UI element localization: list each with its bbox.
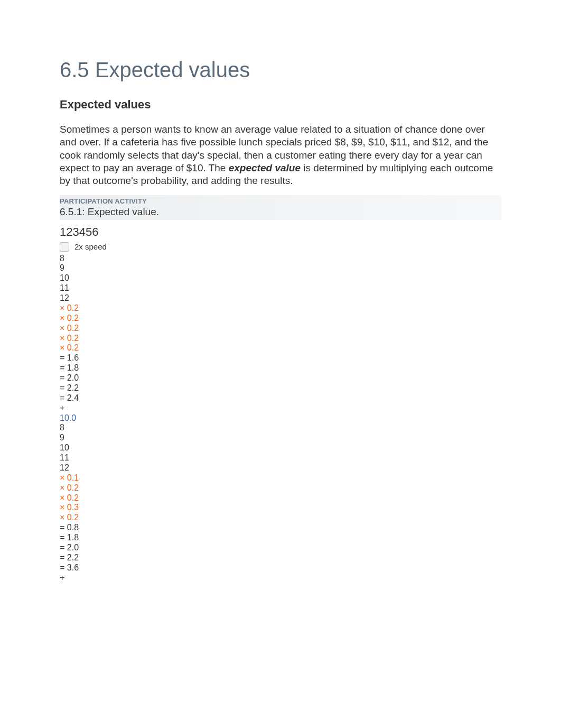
- outcome-value: 10: [60, 443, 501, 453]
- outcome-value: 12: [60, 293, 501, 303]
- outcome-value: 11: [60, 453, 501, 463]
- probability-value: × 0.2: [60, 483, 501, 493]
- probability-value: × 0.2: [60, 324, 501, 334]
- product-value: = 1.8: [60, 533, 501, 543]
- outcome-value: 9: [60, 263, 501, 273]
- product-value: = 0.8: [60, 523, 501, 533]
- product-value: = 2.0: [60, 543, 501, 553]
- product-value: = 3.6: [60, 563, 501, 573]
- product-value: = 1.8: [60, 363, 501, 373]
- term-expected-value: expected value: [229, 162, 301, 173]
- outcome-value: 8: [60, 254, 501, 264]
- product-value: = 2.2: [60, 383, 501, 393]
- product-value: = 2.2: [60, 553, 501, 563]
- activity-header: PARTICIPATION ACTIVITY 6.5.1: Expected v…: [60, 195, 501, 220]
- plus-sign: +: [60, 573, 501, 583]
- probability-value: × 0.3: [60, 503, 501, 513]
- probability-value: × 0.2: [60, 303, 501, 314]
- outcome-value: 9: [60, 433, 501, 443]
- outcome-value: 8: [60, 423, 501, 433]
- page-title: 6.5 Expected values: [60, 58, 501, 82]
- product-value: = 2.0: [60, 373, 501, 383]
- activity-title: 6.5.1: Expected value.: [60, 206, 500, 218]
- speed-label: 2x speed: [74, 242, 107, 251]
- product-value: = 1.6: [60, 353, 501, 363]
- product-value: = 2.4: [60, 393, 501, 403]
- step-indicator: 123456: [60, 225, 501, 239]
- probability-value: × 0.1: [60, 473, 501, 483]
- probability-value: × 0.2: [60, 314, 501, 324]
- probability-value: × 0.2: [60, 334, 501, 344]
- activity-label: PARTICIPATION ACTIVITY: [60, 197, 500, 205]
- total-value: 10.0: [60, 413, 501, 423]
- speed-checkbox[interactable]: [60, 242, 69, 252]
- speed-control-row: 2x speed: [60, 242, 501, 252]
- probability-value: × 0.2: [60, 493, 501, 503]
- probability-value: × 0.2: [60, 513, 501, 523]
- probability-value: × 0.2: [60, 343, 501, 353]
- outcome-value: 10: [60, 273, 501, 283]
- section-heading: Expected values: [60, 98, 501, 112]
- example-1-block: 8 9 10 11 12 × 0.2 × 0.2 × 0.2 × 0.2 × 0…: [60, 254, 501, 583]
- plus-sign: +: [60, 403, 501, 413]
- page-content: 6.5 Expected values Expected values Some…: [0, 0, 561, 728]
- outcome-value: 11: [60, 283, 501, 293]
- intro-paragraph: Sometimes a person wants to know an aver…: [60, 123, 501, 188]
- outcome-value: 12: [60, 463, 501, 473]
